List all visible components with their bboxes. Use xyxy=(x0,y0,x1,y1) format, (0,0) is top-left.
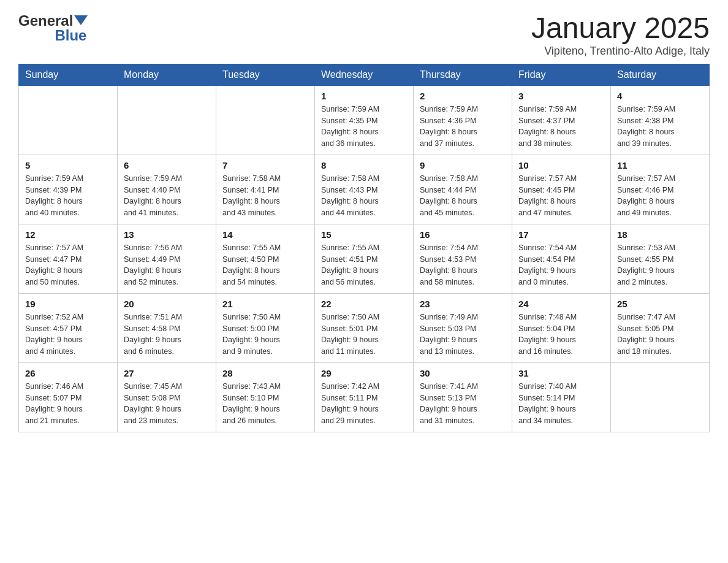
logo-arrow-icon xyxy=(74,15,88,25)
calendar-cell xyxy=(19,85,118,155)
day-info: Sunrise: 7:55 AM Sunset: 4:51 PM Dayligh… xyxy=(321,242,407,288)
calendar-week-row: 5Sunrise: 7:59 AM Sunset: 4:39 PM Daylig… xyxy=(19,155,710,224)
day-number: 17 xyxy=(518,229,604,240)
calendar-cell: 25Sunrise: 7:47 AM Sunset: 5:05 PM Dayli… xyxy=(611,293,710,362)
day-info: Sunrise: 7:55 AM Sunset: 4:50 PM Dayligh… xyxy=(222,242,308,288)
day-number: 6 xyxy=(124,160,210,170)
day-info: Sunrise: 7:54 AM Sunset: 4:54 PM Dayligh… xyxy=(518,242,604,288)
day-number: 23 xyxy=(420,299,506,309)
day-info: Sunrise: 7:57 AM Sunset: 4:47 PM Dayligh… xyxy=(25,242,111,288)
day-number: 31 xyxy=(518,368,604,378)
calendar-cell: 4Sunrise: 7:59 AM Sunset: 4:38 PM Daylig… xyxy=(611,85,710,155)
day-info: Sunrise: 7:50 AM Sunset: 5:00 PM Dayligh… xyxy=(222,312,308,358)
calendar-cell: 16Sunrise: 7:54 AM Sunset: 4:53 PM Dayli… xyxy=(414,224,512,293)
day-number: 16 xyxy=(420,229,506,240)
page-header: General Blue January 2025 Vipiteno, Tren… xyxy=(18,12,710,58)
day-info: Sunrise: 7:54 AM Sunset: 4:53 PM Dayligh… xyxy=(420,242,506,288)
calendar-cell: 19Sunrise: 7:52 AM Sunset: 4:57 PM Dayli… xyxy=(19,293,118,362)
calendar-cell xyxy=(216,85,315,155)
day-number: 12 xyxy=(25,229,111,240)
calendar-cell: 11Sunrise: 7:57 AM Sunset: 4:46 PM Dayli… xyxy=(611,155,710,224)
calendar-cell: 21Sunrise: 7:50 AM Sunset: 5:00 PM Dayli… xyxy=(216,293,315,362)
calendar-cell: 8Sunrise: 7:58 AM Sunset: 4:43 PM Daylig… xyxy=(315,155,414,224)
day-info: Sunrise: 7:56 AM Sunset: 4:49 PM Dayligh… xyxy=(124,242,210,288)
day-number: 1 xyxy=(321,91,407,101)
day-info: Sunrise: 7:50 AM Sunset: 5:01 PM Dayligh… xyxy=(321,312,407,358)
logo: General Blue xyxy=(18,12,88,44)
day-info: Sunrise: 7:59 AM Sunset: 4:37 PM Dayligh… xyxy=(518,104,604,150)
calendar-cell: 30Sunrise: 7:41 AM Sunset: 5:13 PM Dayli… xyxy=(414,362,512,432)
day-of-week-sunday: Sunday xyxy=(19,64,118,85)
day-number: 28 xyxy=(222,368,308,378)
calendar-cell xyxy=(611,362,710,432)
day-of-week-monday: Monday xyxy=(118,64,216,85)
day-info: Sunrise: 7:43 AM Sunset: 5:10 PM Dayligh… xyxy=(222,381,308,427)
day-of-week-thursday: Thursday xyxy=(414,64,512,85)
calendar-cell: 27Sunrise: 7:45 AM Sunset: 5:08 PM Dayli… xyxy=(118,362,216,432)
calendar-cell: 5Sunrise: 7:59 AM Sunset: 4:39 PM Daylig… xyxy=(19,155,118,224)
day-info: Sunrise: 7:46 AM Sunset: 5:07 PM Dayligh… xyxy=(25,381,111,427)
day-number: 14 xyxy=(222,229,308,240)
day-info: Sunrise: 7:58 AM Sunset: 4:41 PM Dayligh… xyxy=(222,173,308,219)
calendar-cell: 9Sunrise: 7:58 AM Sunset: 4:44 PM Daylig… xyxy=(414,155,512,224)
location-subtitle: Vipiteno, Trentino-Alto Adige, Italy xyxy=(531,45,710,58)
day-of-week-wednesday: Wednesday xyxy=(315,64,414,85)
calendar-cell: 10Sunrise: 7:57 AM Sunset: 4:45 PM Dayli… xyxy=(512,155,611,224)
day-number: 15 xyxy=(321,229,407,240)
day-info: Sunrise: 7:41 AM Sunset: 5:13 PM Dayligh… xyxy=(420,381,506,427)
day-number: 9 xyxy=(420,160,506,170)
calendar-week-row: 1Sunrise: 7:59 AM Sunset: 4:35 PM Daylig… xyxy=(19,85,710,155)
calendar-cell: 18Sunrise: 7:53 AM Sunset: 4:55 PM Dayli… xyxy=(611,224,710,293)
day-info: Sunrise: 7:47 AM Sunset: 5:05 PM Dayligh… xyxy=(617,312,703,358)
day-number: 27 xyxy=(124,368,210,378)
calendar-cell xyxy=(118,85,216,155)
day-info: Sunrise: 7:52 AM Sunset: 4:57 PM Dayligh… xyxy=(25,312,111,358)
calendar-cell: 14Sunrise: 7:55 AM Sunset: 4:50 PM Dayli… xyxy=(216,224,315,293)
day-number: 30 xyxy=(420,368,506,378)
calendar-cell: 29Sunrise: 7:42 AM Sunset: 5:11 PM Dayli… xyxy=(315,362,414,432)
day-number: 26 xyxy=(25,368,111,378)
day-number: 2 xyxy=(420,91,506,101)
calendar-table: SundayMondayTuesdayWednesdayThursdayFrid… xyxy=(18,64,710,432)
calendar-cell: 17Sunrise: 7:54 AM Sunset: 4:54 PM Dayli… xyxy=(512,224,611,293)
day-number: 7 xyxy=(222,160,308,170)
calendar-cell: 28Sunrise: 7:43 AM Sunset: 5:10 PM Dayli… xyxy=(216,362,315,432)
calendar-cell: 2Sunrise: 7:59 AM Sunset: 4:36 PM Daylig… xyxy=(414,85,512,155)
day-info: Sunrise: 7:58 AM Sunset: 4:43 PM Dayligh… xyxy=(321,173,407,219)
day-info: Sunrise: 7:59 AM Sunset: 4:36 PM Dayligh… xyxy=(420,104,506,150)
day-of-week-saturday: Saturday xyxy=(611,64,710,85)
day-info: Sunrise: 7:45 AM Sunset: 5:08 PM Dayligh… xyxy=(124,381,210,427)
day-number: 10 xyxy=(518,160,604,170)
day-of-week-friday: Friday xyxy=(512,64,611,85)
calendar-cell: 7Sunrise: 7:58 AM Sunset: 4:41 PM Daylig… xyxy=(216,155,315,224)
calendar-week-row: 12Sunrise: 7:57 AM Sunset: 4:47 PM Dayli… xyxy=(19,224,710,293)
calendar-cell: 15Sunrise: 7:55 AM Sunset: 4:51 PM Dayli… xyxy=(315,224,414,293)
day-number: 11 xyxy=(617,160,703,170)
calendar-cell: 23Sunrise: 7:49 AM Sunset: 5:03 PM Dayli… xyxy=(414,293,512,362)
day-info: Sunrise: 7:42 AM Sunset: 5:11 PM Dayligh… xyxy=(321,381,407,427)
day-number: 4 xyxy=(617,91,703,101)
day-number: 18 xyxy=(617,229,703,240)
month-title: January 2025 xyxy=(531,12,710,45)
day-number: 25 xyxy=(617,299,703,309)
calendar-week-row: 26Sunrise: 7:46 AM Sunset: 5:07 PM Dayli… xyxy=(19,362,710,432)
day-info: Sunrise: 7:49 AM Sunset: 5:03 PM Dayligh… xyxy=(420,312,506,358)
day-number: 8 xyxy=(321,160,407,170)
day-number: 5 xyxy=(25,160,111,170)
calendar-cell: 31Sunrise: 7:40 AM Sunset: 5:14 PM Dayli… xyxy=(512,362,611,432)
calendar-cell: 3Sunrise: 7:59 AM Sunset: 4:37 PM Daylig… xyxy=(512,85,611,155)
title-area: January 2025 Vipiteno, Trentino-Alto Adi… xyxy=(531,12,710,58)
calendar-cell: 24Sunrise: 7:48 AM Sunset: 5:04 PM Dayli… xyxy=(512,293,611,362)
day-info: Sunrise: 7:59 AM Sunset: 4:35 PM Dayligh… xyxy=(321,104,407,150)
day-info: Sunrise: 7:53 AM Sunset: 4:55 PM Dayligh… xyxy=(617,242,703,288)
day-number: 3 xyxy=(518,91,604,101)
day-info: Sunrise: 7:51 AM Sunset: 4:58 PM Dayligh… xyxy=(124,312,210,358)
day-info: Sunrise: 7:40 AM Sunset: 5:14 PM Dayligh… xyxy=(518,381,604,427)
day-number: 24 xyxy=(518,299,604,309)
calendar-cell: 20Sunrise: 7:51 AM Sunset: 4:58 PM Dayli… xyxy=(118,293,216,362)
day-info: Sunrise: 7:58 AM Sunset: 4:44 PM Dayligh… xyxy=(420,173,506,219)
calendar-cell: 13Sunrise: 7:56 AM Sunset: 4:49 PM Dayli… xyxy=(118,224,216,293)
day-number: 21 xyxy=(222,299,308,309)
day-number: 29 xyxy=(321,368,407,378)
day-number: 19 xyxy=(25,299,111,309)
